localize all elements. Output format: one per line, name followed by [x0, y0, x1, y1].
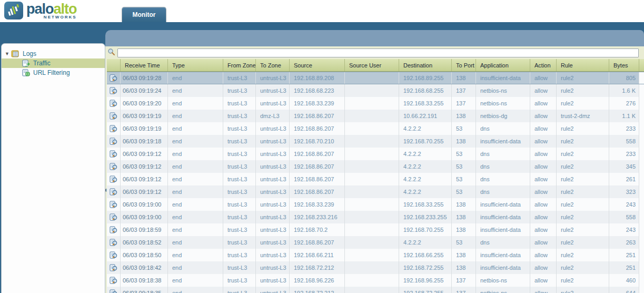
table-row[interactable]: 06/03 09:18:42endtrust-L3untrust-L3192.1… — [107, 261, 644, 274]
cell-receive-time: 06/03 09:19:28 — [121, 72, 168, 84]
header-to-zone[interactable]: To Zone — [256, 59, 290, 71]
sidebar-item-url-filtering[interactable]: URL Filtering — [2, 68, 105, 77]
log-detail-icon[interactable] — [107, 160, 121, 173]
sidebar-item-label: Traffic — [33, 60, 51, 67]
header-source[interactable]: Source — [290, 59, 345, 71]
log-detail-icon[interactable] — [107, 122, 121, 135]
table-row[interactable]: 06/03 09:18:35endtrust-L3untrust-L3192.1… — [107, 287, 644, 293]
cell-to-port: 137 — [452, 287, 476, 293]
table-row[interactable]: 06/03 09:18:59endtrust-L3untrust-L3192.1… — [107, 223, 644, 236]
cell-receive-time: 06/03 09:19:19 — [121, 122, 168, 135]
cell-rule: rule2 — [557, 84, 609, 97]
cell-action: allow — [530, 160, 557, 173]
header-source-user[interactable]: Source User — [345, 59, 399, 71]
header-action[interactable]: Action — [530, 59, 557, 71]
log-detail-icon[interactable] — [107, 173, 121, 185]
cell-type: end — [168, 72, 223, 84]
cell-rule: rule2 — [557, 223, 609, 236]
header-from-zone[interactable]: From Zone — [223, 59, 256, 71]
header-receive-time[interactable]: Receive Time — [121, 59, 168, 71]
cell-action: allow — [530, 236, 557, 249]
header-type[interactable]: Type — [168, 59, 223, 71]
log-table-body: 06/03 09:19:28endtrust-L3untrust-L3192.1… — [107, 72, 644, 293]
cell-bytes: 644 — [609, 287, 639, 293]
cell-to-zone: untrust-L3 — [256, 148, 290, 160]
cell-source-user — [345, 185, 399, 198]
sidebar-item-traffic[interactable]: Traffic — [2, 58, 105, 68]
cell-rule: rule2 — [557, 261, 609, 274]
header-destination[interactable]: Destination — [399, 59, 452, 71]
log-detail-icon[interactable] — [107, 287, 121, 293]
cell-destination: 4.2.2.2 — [399, 236, 452, 249]
table-row[interactable]: 06/03 09:19:00endtrust-L3untrust-L3192.1… — [107, 198, 644, 211]
cell-application: netbios-ns — [476, 97, 530, 110]
log-detail-icon[interactable] — [107, 274, 121, 287]
cell-receive-time: 06/03 09:19:19 — [121, 110, 168, 122]
table-row[interactable]: 06/03 09:19:28endtrust-L3untrust-L3192.1… — [107, 72, 644, 84]
log-detail-icon[interactable] — [107, 223, 121, 236]
cell-from-zone: trust-L3 — [223, 148, 256, 160]
cell-source: 192.168.72.212 — [290, 261, 345, 274]
log-detail-icon[interactable] — [107, 236, 121, 249]
cell-to-port: 138 — [452, 211, 476, 223]
cell-rule: rule2 — [557, 97, 609, 110]
log-table: ◀ Receive TimeTypeFrom ZoneTo ZoneSource… — [105, 59, 644, 293]
table-row[interactable]: 06/03 09:19:00endtrust-L3untrust-L3192.1… — [107, 211, 644, 223]
log-detail-icon[interactable] — [107, 72, 121, 84]
tab-monitor[interactable]: Monitor — [122, 7, 166, 22]
row-spacer — [639, 261, 644, 274]
table-row[interactable]: 06/03 09:19:12endtrust-L3untrust-L3192.1… — [107, 173, 644, 185]
table-row[interactable]: 06/03 09:19:12endtrust-L3untrust-L3192.1… — [107, 148, 644, 160]
cell-source-user — [345, 173, 399, 185]
table-row[interactable]: 06/03 09:19:12endtrust-L3untrust-L3192.1… — [107, 185, 644, 198]
cell-from-zone: trust-L3 — [223, 173, 256, 185]
sidebar-collapse-handle[interactable]: ◀ — [105, 184, 107, 196]
header-rule[interactable]: Rule — [557, 59, 609, 71]
header-to-port[interactable]: To Port — [452, 59, 476, 71]
cell-type: end — [168, 223, 223, 236]
table-row[interactable]: 06/03 09:19:18endtrust-L3untrust-L3192.1… — [107, 135, 644, 148]
log-detail-icon[interactable] — [107, 148, 121, 160]
cell-type: end — [168, 261, 223, 274]
cell-action: allow — [530, 110, 557, 122]
cell-to-port: 138 — [452, 223, 476, 236]
sidebar-item-label: Logs — [23, 50, 36, 57]
log-detail-icon[interactable] — [107, 198, 121, 211]
cell-bytes: 243 — [609, 198, 639, 211]
table-row[interactable]: 06/03 09:18:50endtrust-L3untrust-L3192.1… — [107, 249, 644, 261]
search-icon[interactable] — [107, 48, 115, 58]
row-spacer — [639, 160, 644, 173]
sidebar-item-logs[interactable]: ▼ Logs — [2, 49, 105, 58]
cell-receive-time: 06/03 09:18:59 — [121, 223, 168, 236]
table-row[interactable]: 06/03 09:19:19endtrust-L3untrust-L3192.1… — [107, 122, 644, 135]
log-detail-icon[interactable] — [107, 261, 121, 274]
log-detail-icon[interactable] — [107, 185, 121, 198]
log-detail-icon[interactable] — [107, 211, 121, 223]
cell-source: 192.168.72.212 — [290, 287, 345, 293]
log-detail-icon[interactable] — [107, 84, 121, 97]
cell-rule: rule2 — [557, 122, 609, 135]
log-filter-input[interactable] — [117, 48, 639, 57]
cell-source: 192.168.86.207 — [290, 110, 345, 122]
cell-to-port: 53 — [452, 185, 476, 198]
table-row[interactable]: 06/03 09:19:20endtrust-L3untrust-L3192.1… — [107, 97, 644, 110]
table-row[interactable]: 06/03 09:18:52endtrust-L3untrust-L3192.1… — [107, 236, 644, 249]
main-panel: ◀ Receive TimeTypeFrom ZoneTo ZoneSource… — [105, 30, 644, 293]
log-detail-icon[interactable] — [107, 110, 121, 122]
cell-destination: 4.2.2.2 — [399, 185, 452, 198]
cell-action: allow — [530, 84, 557, 97]
table-row[interactable]: 06/03 09:18:38endtrust-L3untrust-L3192.1… — [107, 274, 644, 287]
log-detail-icon[interactable] — [107, 135, 121, 148]
table-row[interactable]: 06/03 09:19:19endtrust-L3dmz-L3192.168.8… — [107, 110, 644, 122]
header-bytes[interactable]: Bytes — [609, 59, 639, 71]
table-row[interactable]: 06/03 09:19:12endtrust-L3untrust-L3192.1… — [107, 160, 644, 173]
tree-expander-icon[interactable]: ▼ — [5, 51, 11, 56]
cell-to-zone: untrust-L3 — [256, 198, 290, 211]
header-application[interactable]: Application — [476, 59, 530, 71]
log-detail-icon[interactable] — [107, 249, 121, 261]
table-row[interactable]: 06/03 09:19:24endtrust-L3untrust-L3192.1… — [107, 84, 644, 97]
cell-action: allow — [530, 287, 557, 293]
cell-type: end — [168, 287, 223, 293]
cell-to-port: 138 — [452, 249, 476, 261]
log-detail-icon[interactable] — [107, 97, 121, 110]
